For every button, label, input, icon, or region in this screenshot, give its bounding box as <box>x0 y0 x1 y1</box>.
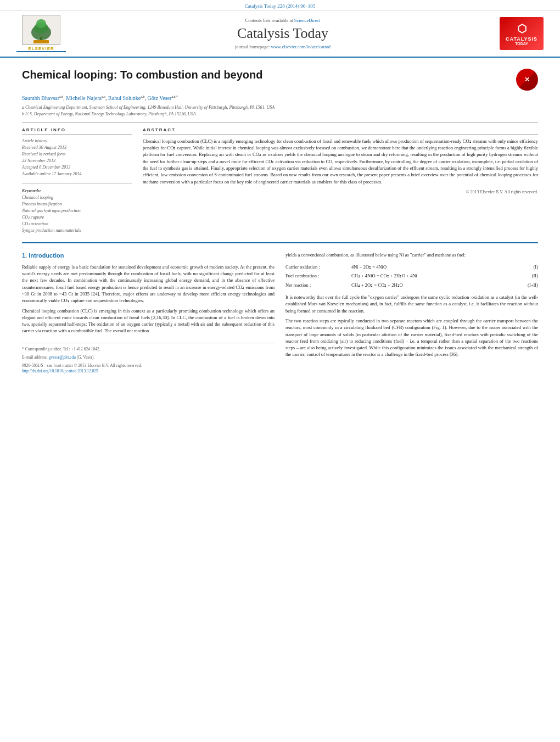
abstract-column: ABSTRACT Chemical looping combustion (CL… <box>143 127 538 234</box>
intro-paragraph-1: Reliable supply of energy is a basic fou… <box>22 264 275 304</box>
svg-rect-5 <box>33 40 49 43</box>
article-info-column: ARTICLE INFO Article history: Received 3… <box>22 127 132 234</box>
keywords-section: Keywords: Chemical looping Process inten… <box>22 188 132 234</box>
reaction-3-eq: CH₄ + 2O₂ = CO₂ + 2H₂O <box>351 282 522 288</box>
elsevier-tree-svg <box>23 16 60 44</box>
copyright: © 2013 Elsevier B.V. All rights reserved… <box>143 189 538 194</box>
affiliation-a: a Chemical Engineering Department, Swans… <box>22 104 538 110</box>
info-abstract-section: ARTICLE INFO Article history: Received 3… <box>22 127 538 234</box>
article-info-header: ARTICLE INFO <box>22 127 132 135</box>
elsevier-label: ELSEVIER <box>28 46 54 51</box>
keyword-5: CO₂ activation <box>22 221 132 227</box>
history-label: Article history: <box>22 138 132 144</box>
accepted-date: Accepted 6 December 2013 <box>22 164 132 171</box>
abstract-text: Chemical looping combustion (CLC) is a r… <box>143 138 538 185</box>
article-title-section: Chemical looping: To combustion and beyo… <box>22 69 538 91</box>
journal-title: Catalysis Today <box>66 25 500 42</box>
reaction-1-num: (I) <box>522 264 538 270</box>
elsevier-logo: ELSEVIER <box>16 15 66 52</box>
author-veser: Götz Veser <box>147 95 171 101</box>
reaction-2-eq: CH₄ + 4NiO = CO₂ + 2H₂O + 4Ni <box>351 272 522 279</box>
journal-center: Contents lists available at ScienceDirec… <box>66 18 500 49</box>
body-left-column: 1. Introduction Reliable supply of energ… <box>22 252 275 375</box>
article-body: 1. Introduction Reliable supply of energ… <box>22 242 538 375</box>
contents-available: Contents lists available at ScienceDirec… <box>66 18 500 23</box>
author-bhavsar: Saurabh Bhavsar <box>22 95 59 101</box>
sciencedirect-link[interactable]: ScienceDirect <box>294 18 321 23</box>
crossmark-logo: ✕ <box>516 69 538 91</box>
journal-citation: Catalysis Today 228 (2014) 96–105 <box>0 0 560 10</box>
catalysis-label: CATALYSIS <box>506 36 537 42</box>
article-content: Chemical looping: To combustion and beyo… <box>0 58 560 386</box>
body-right-column: yields a conventional combustion, as ill… <box>285 252 538 375</box>
reaction-1: Carrier oxidation : 4Ni + 2O₂ = 4NiO (I) <box>285 264 538 270</box>
reaction-2: Fuel combustion : CH₄ + 4NiO = CO₂ + 2H₂… <box>285 272 538 279</box>
email-link[interactable]: gveser@pitt.edu <box>49 355 76 360</box>
article-title: Chemical looping: To combustion and beyo… <box>22 69 511 81</box>
keyword-4: CO₂ capture <box>22 214 132 221</box>
article-footer: * Corresponding author. Tel.: +1 412 624… <box>22 343 275 375</box>
catalysis-logo: ⬡ CATALYSIS TODAY <box>500 17 544 50</box>
keyword-6: Syngas production nanomaterials <box>22 227 132 234</box>
reaction-3-num: (I+II) <box>522 282 538 288</box>
author-najera: Michelle Najera <box>66 95 102 101</box>
keywords-label: Keywords: <box>22 188 132 194</box>
elsevier-tree-image <box>22 15 60 45</box>
journal-header: ELSEVIER Contents lists available at Sci… <box>0 10 560 58</box>
reaction-2-label: Fuel combustion : <box>285 272 351 279</box>
reaction-1-eq: 4Ni + 2O₂ = 4NiO <box>351 264 522 270</box>
abstract-header: ABSTRACT <box>143 127 538 135</box>
catalysis-sublabel: TODAY <box>515 42 528 46</box>
crossmark-symbol: ✕ <box>524 76 530 84</box>
received-revised-label: Received in revised form <box>22 151 132 158</box>
authors-line: Saurabh Bhavsara,b, Michelle Najeraa,b, … <box>22 95 538 101</box>
intro-paragraph-2: Chemical looping combustion (CLC) is eme… <box>22 308 275 334</box>
author-solunke: Rahul Solunke <box>108 95 141 101</box>
reaction-3: Net reaction : CH₄ + 2O₂ = CO₂ + 2H₂O (I… <box>285 282 538 288</box>
affiliation-b: b U.S. Department of Energy, National En… <box>22 111 538 117</box>
license-line: 0920-5861/$ – see front matter © 2013 El… <box>22 363 275 369</box>
reactions-section: Carrier oxidation : 4Ni + 2O₂ = 4NiO (I)… <box>285 264 538 288</box>
catalysis-icon: ⬡ <box>517 22 527 35</box>
keyword-2: Process intensification <box>22 201 132 208</box>
footnote-email: E-mail address: gveser@pitt.edu (G. Vese… <box>22 355 275 361</box>
keyword-3: Natural gas hydrogen production <box>22 208 132 214</box>
received-revised-date: 23 November 2013 <box>22 158 132 164</box>
intro-title: 1. Introduction <box>22 252 275 260</box>
right-intro: yields a conventional combustion, as ill… <box>285 252 538 258</box>
journal-homepage: journal homepage: www.elsevier.com/locat… <box>66 44 500 49</box>
homepage-url[interactable]: www.elsevier.com/locate/cattod <box>271 44 331 49</box>
article-history: Article history: Received 30 August 2013… <box>22 138 132 177</box>
reaction-1-label: Carrier oxidation : <box>285 264 351 270</box>
right-paragraph-2: It is noteworthy that over the full cycl… <box>285 294 538 314</box>
reaction-3-label: Net reaction : <box>285 282 351 288</box>
right-paragraph-3: The two reaction steps are typically con… <box>285 317 538 358</box>
affiliations: a Chemical Engineering Department, Swans… <box>22 104 538 116</box>
keyword-1: Chemical looping <box>22 194 132 201</box>
body-columns: 1. Introduction Reliable supply of energ… <box>22 252 538 375</box>
divider-1 <box>22 122 538 123</box>
doi-link[interactable]: http://dx.doi.org/10.1016/j.cattod.2013.… <box>22 369 275 375</box>
reaction-2-num: (II) <box>522 272 538 279</box>
divider-info <box>22 183 132 183</box>
svg-point-4 <box>36 19 46 28</box>
received-date: Received 30 August 2013 <box>22 144 132 151</box>
available-date: Available online 17 January 2014 <box>22 171 132 177</box>
footnote-corresponding: * Corresponding author. Tel.: +1 412 624… <box>22 347 275 353</box>
